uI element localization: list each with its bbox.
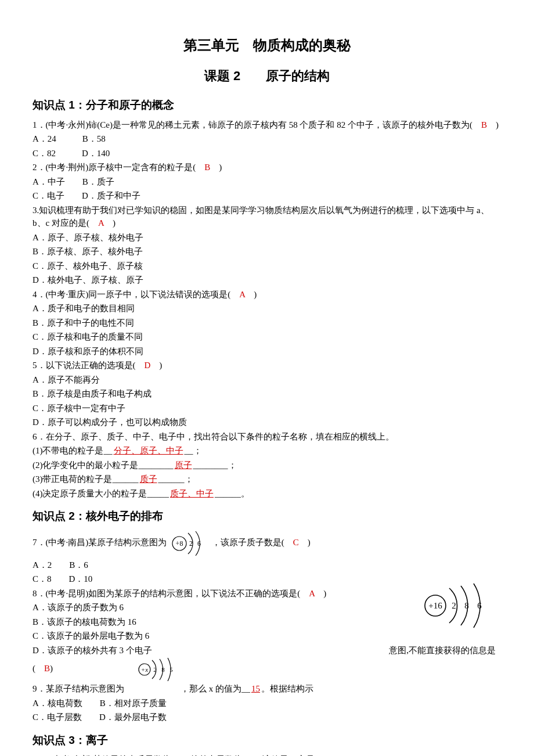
q5-text-a: 5．以下说法正确的选项是( xyxy=(33,361,145,370)
q6-p4-ans: 质子、中子 xyxy=(169,489,215,498)
q2: 2．(中考·荆州)原子核中一定含有的粒子是( B ) xyxy=(33,161,501,174)
q2-answer: B xyxy=(204,163,210,172)
q8-answer: A xyxy=(309,589,315,598)
q4-text-b: ) xyxy=(245,290,257,299)
q6-part2: (2)化学变化中的最小粒子是________原子________； xyxy=(33,459,501,472)
q1-opts-ab: A．24 B．58 xyxy=(33,132,501,146)
q7-text-c: ) xyxy=(299,538,311,547)
q9-opts-ab: A．核电荷数 B．相对原子质量 xyxy=(33,697,501,710)
q3-opt-c: C．原子、核外电子、原子核 xyxy=(33,260,501,273)
q6-part1: (1)不带电的粒子是__分子、原子、中子__； xyxy=(33,444,501,458)
q9-r2-ans: 15 xyxy=(250,684,261,693)
q2-opts-cd: C．电子 D．质子和中子 xyxy=(33,189,501,203)
atom-diagram-q9: +x 2 8 5 xyxy=(136,658,183,681)
q9-r1-a: ( xyxy=(33,664,44,673)
q7-text-b: ，该原子质子数是( xyxy=(212,538,293,547)
q1-text-b: ) xyxy=(487,120,499,129)
q4-opt-d: D．原子核和原子的体积不同 xyxy=(33,345,501,358)
q9-shell1: 2 xyxy=(153,666,157,673)
section2-heading: 知识点 2：核外电子的排布 xyxy=(33,508,501,525)
q7-center: +8 xyxy=(176,539,183,548)
q9-block: ( B) +x 2 8 5 9．某原子结构示意图为 ，那么 x 的值为__15。… xyxy=(33,658,501,724)
q6-intro: 6．在分子、原子、质子、中子、电子中，找出符合以下条件的粒子名称，填在相应的横线… xyxy=(33,430,501,444)
q2-opts-ab: A．中子 B．质子 xyxy=(33,175,501,189)
q3-opt-a: A．原子、原子核、核外电子 xyxy=(33,231,501,244)
q6-p2-ans: 原子 xyxy=(174,460,193,470)
q1: 1．(中考·永州)铈(Ce)是一种常见的稀土元素，铈原子的原子核内有 58 个质… xyxy=(33,118,501,132)
q1-text-a: 1．(中考·永州)铈(Ce)是一种常见的稀土元素，铈原子的原子核内有 58 个质… xyxy=(33,120,481,129)
q4-opt-a: A．质子和电子的数目相同 xyxy=(33,302,501,315)
q3-text-b: ) xyxy=(104,218,116,228)
q8-text-a: 8．(中考·昆明)如图为某原子的结构示意图，以下说法不正确的选项是( xyxy=(33,589,309,598)
q5-answer: D xyxy=(145,361,151,370)
q8-shell3: 6 xyxy=(477,601,482,610)
q5-opt-d: D．原子可以构成分子，也可以构成物质 xyxy=(33,416,501,429)
q1-opts-cd: C．82 D．140 xyxy=(33,147,501,160)
q6-p2-a: (2)化学变化中的最小粒子是________ xyxy=(33,460,174,470)
q3: 3.知识梳理有助于我们对已学知识的稳固，如图是某同学学习物质结构层次后以氧气为例… xyxy=(33,204,501,230)
q9-opts-cd: C．电子层数 D．最外层电子数 xyxy=(33,711,501,724)
q5-text-b: ) xyxy=(150,361,162,370)
q9-shell3: 5 xyxy=(169,666,173,673)
q9-r2-b: ，那么 x 的值为__ xyxy=(181,684,250,693)
q9-r2-c: 。根据结构示 xyxy=(261,684,313,693)
q4-text-a: 4．(中考·重庆)同一原子中，以下说法错误的选项是( xyxy=(33,290,239,299)
q8-center: +16 xyxy=(428,601,442,610)
section1-heading: 知识点 1：分子和原子的概念 xyxy=(33,97,501,114)
q5-opt-c: C．原子核中一定有中子 xyxy=(33,402,501,415)
q1-answer: B xyxy=(481,120,487,129)
q9-r1-ans: B xyxy=(44,664,50,673)
q4-answer: A xyxy=(239,290,245,299)
atom-diagram-q7: +8 2 6 xyxy=(169,530,210,557)
unit-title: 第三单元 物质构成的奥秘 xyxy=(33,35,501,56)
q6-p3-b: ______； xyxy=(158,474,193,484)
q8-opt-c: C．该原子的最外层电子数为 6 xyxy=(33,629,501,643)
lesson-title: 课题 2 原子的结构 xyxy=(33,66,501,85)
q5-opt-b: B．原子核是由质子和电子构成 xyxy=(33,387,501,401)
q8-tail-text: 意图,不能直接获得的信息是 xyxy=(389,644,496,657)
q7-answer: C xyxy=(293,538,299,547)
q6-p3-a: (3)带正电荷的粒子是______ xyxy=(33,474,139,484)
q3-answer: A xyxy=(98,218,104,228)
q3-opt-d: D．核外电子、原子核、原子 xyxy=(33,273,501,287)
q6-p3-ans: 质子 xyxy=(139,474,158,484)
q2-text-b: ) xyxy=(210,163,222,172)
q9-r2-a: 9．某原子结构示意图为 xyxy=(33,684,124,693)
q4-opt-c: C．原子核和电子的质量不同 xyxy=(33,330,501,344)
atom-diagram-q8: +16 2 8 6 xyxy=(420,582,496,629)
section3-heading: 知识点 3：离子 xyxy=(33,732,501,749)
q7: 7．(中考·南昌)某原子结构示意图为 +8 2 6 ，该原子质子数是( C ) xyxy=(33,530,501,557)
q3-opt-b: B．原子核、原子、核外电子 xyxy=(33,245,501,258)
q8-shell1: 2 xyxy=(452,601,456,610)
q6-p2-b: ________； xyxy=(193,460,237,470)
q8-opt-d-text: D．该原子的核外共有 3 个电子 xyxy=(33,646,152,655)
q9-row2: 9．某原子结构示意图为 ，那么 x 的值为__15。根据结构示 xyxy=(33,682,501,696)
q9-center: +x xyxy=(141,666,148,673)
q9-shell2: 8 xyxy=(161,666,165,673)
q6-p1-b: __； xyxy=(185,446,202,455)
q5: 5．以下说法正确的选项是( D ) xyxy=(33,359,501,372)
q7-opts-ab: A．2 B．6 xyxy=(33,559,501,572)
q6-part4: (4)决定原子质量大小的粒子是_____质子、中子______。 xyxy=(33,487,501,501)
q5-opt-a: A．原子不能再分 xyxy=(33,373,501,387)
q7-text-a: 7．(中考·南昌)某原子结构示意图为 xyxy=(33,538,167,547)
q9-row1: ( B) +x 2 8 5 xyxy=(33,658,501,681)
q6-p1-ans: 分子、原子、中子 xyxy=(113,446,185,455)
q8-text-b: ) xyxy=(315,589,326,598)
q6-p4-b: ______。 xyxy=(215,489,250,498)
q8-shell2: 8 xyxy=(464,601,469,610)
q8-opt-d: D．该原子的核外共有 3 个电子 意图,不能直接获得的信息是 xyxy=(33,644,501,657)
q6-part3: (3)带正电荷的粒子是______质子______； xyxy=(33,473,501,486)
q4: 4．(中考·重庆)同一原子中，以下说法错误的选项是( A ) xyxy=(33,288,501,301)
q2-text-a: 2．(中考·荆州)原子核中一定含有的粒子是( xyxy=(33,163,204,172)
q6-p1-a: (1)不带电的粒子是__ xyxy=(33,446,113,455)
q6-p4-a: (4)决定原子质量大小的粒子是_____ xyxy=(33,489,169,498)
q7-shell2: 6 xyxy=(197,539,201,548)
q7-shell1: 2 xyxy=(189,539,193,548)
q10: 10．(中考·阜新)某粒子核内质子数为 17，核外电子数为 18，该粒子一定是(… xyxy=(33,753,501,756)
q9-r1-b: ) xyxy=(50,664,53,673)
q4-opt-b: B．原子和中子的电性不同 xyxy=(33,316,501,330)
